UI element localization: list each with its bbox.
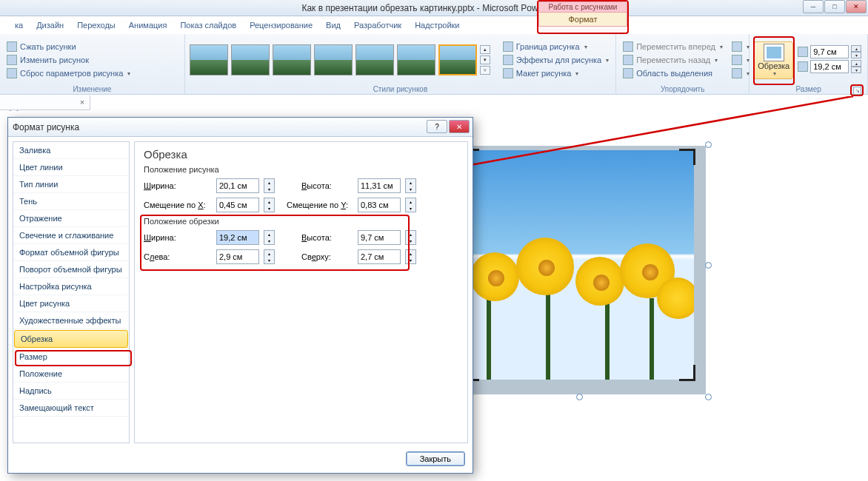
picture-position-label: Положение рисунка bbox=[144, 165, 458, 174]
picture-border-button[interactable]: Граница рисунка▾ bbox=[501, 41, 611, 53]
reset-picture-button[interactable]: Сброс параметров рисунка▾ bbox=[4, 67, 133, 79]
style-thumb[interactable] bbox=[190, 44, 228, 75]
tab-item[interactable]: Анимация bbox=[129, 21, 167, 30]
dialog-nav-item[interactable]: Обрезка bbox=[14, 330, 128, 348]
align-button[interactable]: ▾ bbox=[730, 41, 752, 53]
size-dialog-launcher[interactable]: ↘ bbox=[853, 87, 861, 95]
close-button[interactable]: ✕ bbox=[846, 0, 867, 13]
dialog-nav-item[interactable]: Цвет линии bbox=[13, 159, 129, 176]
dialog-close-action[interactable]: Закрыть bbox=[406, 451, 465, 466]
dialog-nav-item[interactable]: Формат объемной фигуры bbox=[13, 244, 129, 261]
crop-width-label: Ширина: bbox=[144, 233, 212, 242]
rotate-button[interactable]: ▾ bbox=[730, 67, 752, 79]
rotate-icon bbox=[732, 68, 742, 78]
width-input[interactable] bbox=[810, 60, 849, 73]
crop-top-label: Сверху: bbox=[301, 252, 353, 261]
style-thumb[interactable] bbox=[273, 44, 311, 75]
crop-width-input[interactable] bbox=[216, 230, 259, 245]
dialog-nav-item[interactable]: Поворот объемной фигуры bbox=[13, 261, 129, 278]
crop-height-input[interactable] bbox=[358, 230, 401, 245]
dialog-nav-item[interactable]: Тень bbox=[13, 193, 129, 210]
pic-width-input[interactable] bbox=[216, 178, 259, 193]
selection-handle[interactable] bbox=[705, 141, 712, 148]
effects-icon bbox=[503, 55, 513, 65]
selection-pane-button[interactable]: Область выделения bbox=[621, 67, 725, 79]
crop-height-spinner[interactable]: ▴▾ bbox=[405, 230, 416, 245]
crop-top-input[interactable] bbox=[358, 249, 401, 264]
compress-pictures-button[interactable]: Сжать рисунки bbox=[4, 41, 133, 53]
ribbon-group-change: Сжать рисунки Изменить рисунок Сброс пар… bbox=[0, 34, 185, 94]
group-button[interactable]: ▾ bbox=[730, 54, 752, 66]
dialog-nav-item[interactable]: Цвет рисунка bbox=[13, 295, 129, 312]
pic-height-label: Высота: bbox=[301, 181, 353, 190]
style-thumb[interactable] bbox=[231, 44, 270, 75]
dialog-nav-item[interactable]: Размер bbox=[13, 349, 129, 366]
selection-handle[interactable] bbox=[705, 394, 712, 400]
height-spinner[interactable]: ▴▾ bbox=[851, 45, 861, 58]
dialog-nav-item[interactable]: Замещающий текст bbox=[13, 400, 129, 417]
pic-height-spinner[interactable]: ▴▾ bbox=[405, 178, 416, 193]
pic-width-label: Ширина: bbox=[144, 181, 212, 190]
crop-button[interactable]: Обрезка ▾ bbox=[754, 41, 793, 79]
tab-item[interactable]: Разработчик bbox=[354, 21, 401, 30]
tab-item[interactable]: Вид bbox=[326, 21, 341, 30]
crop-left-input[interactable] bbox=[216, 249, 259, 264]
offset-x-input[interactable] bbox=[216, 198, 259, 212]
style-thumb[interactable] bbox=[397, 44, 435, 75]
crop-left-label: Слева: bbox=[144, 252, 212, 261]
style-thumb[interactable] bbox=[438, 44, 477, 75]
dialog-close-button[interactable]: ✕ bbox=[449, 120, 470, 133]
picture-object[interactable] bbox=[464, 150, 694, 380]
tab-item[interactable]: Рецензирование bbox=[250, 21, 313, 30]
crop-width-spinner[interactable]: ▴▾ bbox=[264, 230, 275, 245]
dialog-titlebar[interactable]: Формат рисунка ? ✕ bbox=[8, 118, 473, 137]
group-title-size: Размер bbox=[754, 84, 863, 94]
dialog-nav-item[interactable]: Свечение и сглаживание bbox=[13, 227, 129, 244]
selection-handle[interactable] bbox=[576, 394, 583, 400]
picture-styles-gallery[interactable]: ▴▾▿ bbox=[190, 44, 492, 75]
dialog-help-button[interactable]: ? bbox=[427, 120, 447, 133]
tab-item[interactable]: Надстройки bbox=[415, 21, 459, 30]
close-panel-icon[interactable]: × bbox=[77, 98, 87, 108]
layout-icon bbox=[503, 68, 513, 78]
crop-top-spinner[interactable]: ▴▾ bbox=[405, 249, 416, 264]
change-picture-button[interactable]: Изменить рисунок bbox=[4, 54, 133, 66]
tab-item[interactable]: Дизайн bbox=[36, 21, 64, 30]
width-spinner[interactable]: ▴▾ bbox=[851, 60, 861, 73]
crop-left-spinner[interactable]: ▴▾ bbox=[264, 249, 275, 264]
maximize-button[interactable]: □ bbox=[824, 0, 845, 13]
send-backward-button[interactable]: Переместить назад▾ bbox=[621, 54, 725, 66]
style-thumb[interactable] bbox=[314, 44, 353, 75]
align-icon bbox=[732, 41, 742, 52]
dialog-nav-item[interactable]: Настройка рисунка bbox=[13, 278, 129, 295]
selection-handle[interactable] bbox=[705, 262, 712, 269]
offset-y-spinner[interactable]: ▴▾ bbox=[405, 198, 416, 212]
bring-forward-button[interactable]: Переместить вперед▾ bbox=[621, 41, 725, 53]
offset-x-spinner[interactable]: ▴▾ bbox=[264, 198, 275, 212]
tab-item[interactable]: Переходы bbox=[77, 21, 116, 30]
picture-effects-button[interactable]: Эффекты для рисунка▾ bbox=[501, 54, 611, 66]
pic-width-spinner[interactable]: ▴▾ bbox=[264, 178, 275, 193]
ribbon-group-styles: ▴▾▿ Граница рисунка▾ Эффекты для рисунка… bbox=[185, 34, 616, 94]
offset-y-input[interactable] bbox=[358, 198, 401, 212]
group-title-change: Изменение bbox=[4, 84, 180, 94]
pic-height-input[interactable] bbox=[358, 178, 401, 193]
tab-item[interactable]: Показ слайдов bbox=[180, 21, 236, 30]
dialog-nav-item[interactable]: Заливка bbox=[13, 142, 129, 159]
dialog-nav-item[interactable]: Положение bbox=[13, 366, 129, 383]
height-input[interactable] bbox=[810, 45, 849, 58]
tab-item[interactable]: ка bbox=[15, 21, 23, 30]
dialog-nav-item[interactable]: Художественные эффекты bbox=[13, 312, 129, 329]
minimize-button[interactable]: ─ bbox=[803, 0, 824, 13]
dialog-nav-item[interactable]: Отражение bbox=[13, 210, 129, 227]
dialog-nav-item[interactable]: Надпись bbox=[13, 383, 129, 400]
border-icon bbox=[503, 41, 513, 52]
group-title-arrange: Упорядочить bbox=[621, 84, 744, 94]
gallery-scroll[interactable]: ▴▾▿ bbox=[480, 45, 492, 75]
dialog-nav-item[interactable]: Тип линии bbox=[13, 176, 129, 193]
crop-handle[interactable] bbox=[679, 365, 695, 381]
style-thumb[interactable] bbox=[355, 44, 394, 75]
crop-handle[interactable] bbox=[679, 149, 695, 165]
picture-layout-button[interactable]: Макет рисунка▾ bbox=[501, 67, 611, 79]
compress-icon bbox=[7, 41, 17, 52]
